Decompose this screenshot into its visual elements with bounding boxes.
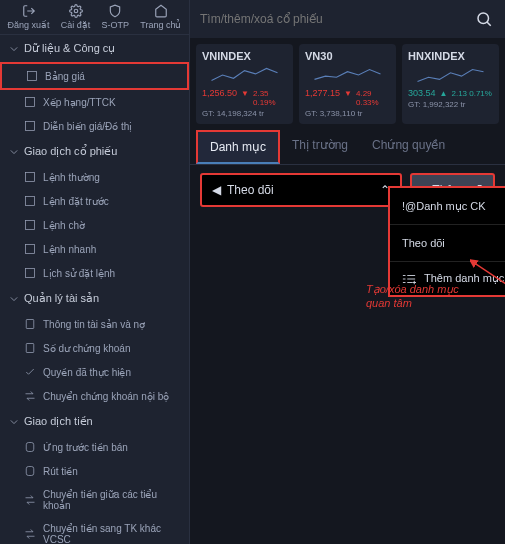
svg-rect-7	[26, 245, 35, 254]
menu-order-history[interactable]: Lịch sử đặt lệnh	[0, 261, 189, 285]
spark-icon	[305, 64, 390, 86]
svg-rect-11	[26, 443, 34, 452]
svg-rect-5	[26, 197, 35, 206]
menu-ranking[interactable]: Xếp hạng/TTCK	[0, 90, 189, 114]
section-cash[interactable]: Giao dịch tiền	[0, 408, 189, 435]
menu-asset-info[interactable]: Thông tin tài sản và nợ	[0, 312, 189, 336]
settings-label: Cài đặt	[61, 20, 91, 30]
svg-rect-12	[26, 467, 34, 476]
menu-withdraw[interactable]: Rút tiền	[0, 459, 189, 483]
spark-icon	[202, 64, 287, 86]
svg-rect-3	[26, 122, 35, 131]
spark-icon	[408, 64, 493, 86]
menu-stock-balance[interactable]: Số dư chứng khoán	[0, 336, 189, 360]
dd-add-list[interactable]: Thêm danh mục	[390, 262, 505, 295]
menu-internal-transfer[interactable]: Chuyển chứng khoán nội bộ	[0, 384, 189, 408]
section-data-tools[interactable]: Dữ liệu & Công cụ	[0, 35, 189, 62]
tab-watchlist[interactable]: Danh mục	[196, 130, 280, 164]
menu-pending-order[interactable]: Lệnh chờ	[0, 213, 189, 237]
tab-warrant[interactable]: Chứng quyền	[360, 130, 457, 164]
sotp-label: S-OTP	[102, 20, 130, 30]
search-icon[interactable]	[473, 8, 495, 30]
chevron-left-icon: ◀	[212, 183, 221, 197]
tabs: Danh mục Thị trường Chứng quyền	[190, 130, 505, 165]
home-label: Trang chủ	[140, 20, 181, 30]
search-input[interactable]	[200, 12, 467, 26]
home-button[interactable]: Trang chủ	[140, 4, 181, 30]
menu-transfer-other[interactable]: Chuyển tiền sang TK khác VCSC	[0, 517, 189, 544]
section-stock-trade[interactable]: Giao dịch cổ phiếu	[0, 138, 189, 165]
svg-rect-1	[28, 72, 37, 81]
tab-market[interactable]: Thị trường	[280, 130, 360, 164]
menu-quick-order[interactable]: Lệnh nhanh	[0, 237, 189, 261]
svg-point-16	[478, 13, 489, 24]
logout-label: Đăng xuất	[8, 20, 50, 30]
dd-default-list[interactable]: !@Danh mục CK⋮	[390, 188, 505, 225]
menu-price-board[interactable]: Bảng giá	[0, 62, 189, 90]
svg-rect-2	[26, 98, 35, 107]
menu-normal-order[interactable]: Lệnh thường	[0, 165, 189, 189]
sotp-button[interactable]: S-OTP	[102, 4, 130, 30]
svg-rect-9	[26, 320, 34, 329]
index-hnx[interactable]: HNXINDEX 303.54▲2.13 0.71% GT: 1,992,322…	[402, 44, 499, 124]
index-vnindex[interactable]: VNINDEX 1,256.50▼2.35 0.19% GT: 14,198,3…	[196, 44, 293, 124]
svg-rect-4	[26, 173, 35, 182]
menu-pre-order[interactable]: Lệnh đặt trước	[0, 189, 189, 213]
menu-transfer-sub[interactable]: Chuyển tiền giữa các tiểu khoản	[0, 483, 189, 517]
menu-price-chart[interactable]: Diễn biến giá/Đồ thị	[0, 114, 189, 138]
indices: VNINDEX 1,256.50▼2.35 0.19% GT: 14,198,3…	[190, 38, 505, 130]
search-bar	[190, 0, 505, 38]
svg-rect-10	[26, 344, 34, 353]
dd-follow-list[interactable]: Theo dõi⋮	[390, 225, 505, 262]
list-add-icon	[402, 273, 416, 285]
index-vn30[interactable]: VN30 1,277.15▼4.29 0.33% GT: 3,738,110 t…	[299, 44, 396, 124]
menu-rights[interactable]: Quyền đã thực hiện	[0, 360, 189, 384]
settings-button[interactable]: Cài đặt	[61, 4, 91, 30]
section-asset[interactable]: Quản lý tài sản	[0, 285, 189, 312]
logout-button[interactable]: Đăng xuất	[8, 4, 50, 30]
svg-point-0	[74, 9, 78, 13]
svg-rect-8	[26, 269, 35, 278]
watchlist-dropdown[interactable]: ◀Theo dõi ⌃	[200, 173, 402, 207]
watchlist-dropdown-panel: !@Danh mục CK⋮ Theo dõi⋮ Thêm danh mục	[388, 186, 505, 297]
svg-rect-6	[26, 221, 35, 230]
menu-advance[interactable]: Ứng trước tiền bán	[0, 435, 189, 459]
